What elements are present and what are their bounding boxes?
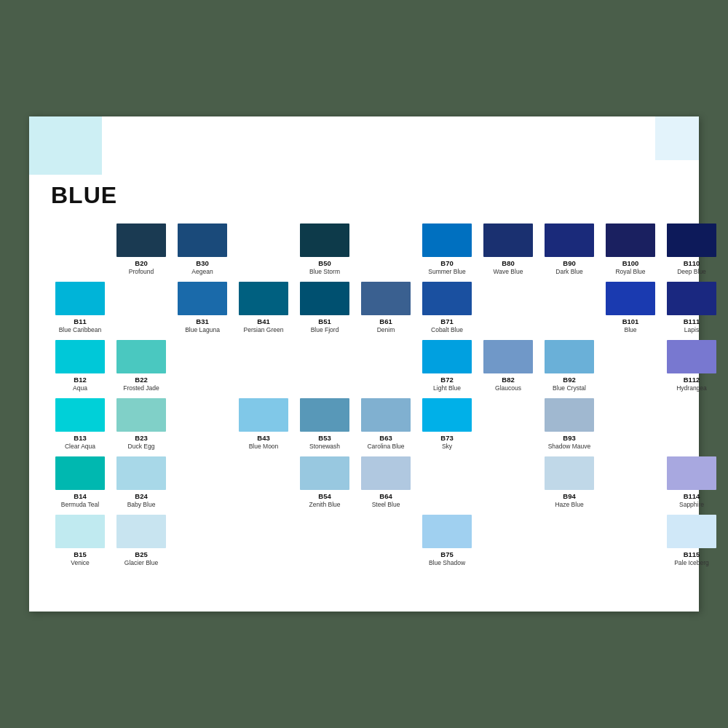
swatch-B31 <box>178 282 227 315</box>
code-B13: B13 <box>74 434 86 443</box>
empty-cell-r4-c7 <box>479 456 537 490</box>
name-B72: Light Blue <box>433 384 461 392</box>
color-row-1: B11Blue CaribbeanB31Blue LagunaB41Persia… <box>51 282 677 334</box>
name-B30: Aegean <box>191 268 213 276</box>
swatch-B100 <box>606 223 655 257</box>
color-item-B24: B24Baby Blue <box>112 456 170 509</box>
code-B31: B31 <box>196 317 208 326</box>
color-row-2: B12AquaB22Frosted JadeB72Light BlueB82Gl… <box>51 340 677 392</box>
name-B20: Profound <box>129 268 154 276</box>
swatch-B112 <box>667 340 716 373</box>
code-B25: B25 <box>135 550 147 559</box>
color-row-5: B15VeniceB25Glacier BlueB75Blue ShadowB1… <box>51 515 677 567</box>
color-item-B115: B115Pale Iceberg <box>662 515 721 567</box>
name-B24: Baby Blue <box>127 501 156 509</box>
color-item-B101: B101Blue <box>601 282 660 334</box>
code-B70: B70 <box>440 259 453 268</box>
name-B41: Persian Green <box>244 326 284 334</box>
swatch-B63 <box>361 398 411 432</box>
swatch-B73 <box>422 398 472 432</box>
name-B100: Royal Blue <box>615 268 645 276</box>
swatch-B80 <box>483 223 533 257</box>
name-B64: Steel Blue <box>372 501 400 509</box>
code-B100: B100 <box>622 259 639 268</box>
empty-cell-r5-c9 <box>601 515 660 548</box>
empty-cell-r4-c9 <box>601 456 660 490</box>
color-item-B25: B25Glacier Blue <box>112 515 170 567</box>
swatch-B114 <box>667 456 716 490</box>
name-B80: Wave Blue <box>494 268 523 276</box>
swatch-B24 <box>116 456 166 490</box>
name-B75: Blue Shadow <box>429 559 465 567</box>
code-B94: B94 <box>563 492 575 501</box>
color-item-B72: B72Light Blue <box>418 340 476 392</box>
color-item-B92: B92Blue Crystal <box>540 340 598 392</box>
code-B23: B23 <box>135 434 147 443</box>
name-B43: Blue Moon <box>249 443 279 451</box>
empty-cell-r1-c11 <box>724 282 728 315</box>
swatch-B92 <box>545 340 594 373</box>
color-card: BLUE B20ProfoundB30AegeanB50Blue StormB7… <box>29 116 699 612</box>
color-item-B13: B13Clear Aqua <box>51 398 109 451</box>
swatch-B101 <box>606 282 655 315</box>
color-item-B112: B112Hydrangea <box>662 340 721 392</box>
code-B80: B80 <box>502 259 514 268</box>
code-B75: B75 <box>440 550 453 559</box>
code-B11: B11 <box>74 317 86 326</box>
color-grid: B20ProfoundB30AegeanB50Blue StormB70Summ… <box>51 223 677 567</box>
name-B92: Blue Crystal <box>553 384 586 392</box>
color-item-B70: B70Summer Blue <box>418 223 476 276</box>
code-B12: B12 <box>74 376 86 384</box>
name-B90: Dark Blue <box>555 268 582 276</box>
swatch-B13 <box>55 398 105 432</box>
color-item-B53: B53Stonewash <box>296 398 354 451</box>
color-item-B15: B15Venice <box>51 515 109 567</box>
color-item-B50: B50Blue Storm <box>296 223 354 276</box>
color-item-B54: B54Zenith Blue <box>296 456 354 509</box>
swatch-B51 <box>300 282 349 315</box>
color-row-3: B13Clear AquaB23Duck EggB43Blue MoonB53S… <box>51 398 677 451</box>
code-B20: B20 <box>135 259 147 268</box>
code-B53: B53 <box>318 434 331 443</box>
color-item-B22: B22Frosted Jade <box>112 340 170 392</box>
empty-cell-r2-c5 <box>357 340 415 373</box>
code-B73: B73 <box>440 434 453 443</box>
swatch-B50 <box>300 223 349 257</box>
color-item-B41: B41Persian Green <box>234 282 293 334</box>
code-B22: B22 <box>135 376 147 384</box>
code-B110: B110 <box>684 259 700 268</box>
color-item-B82: B82Glaucous <box>479 340 537 392</box>
swatch-B82 <box>483 340 533 373</box>
color-item-B61: B61Denim <box>357 282 415 334</box>
name-B115: Pale Iceberg <box>674 559 709 567</box>
color-item-B93: B93Shadow Mauve <box>540 398 598 451</box>
color-item-B64: B64Steel Blue <box>357 456 415 509</box>
empty-cell-r0-c0 <box>51 223 109 257</box>
name-B54: Zenith Blue <box>309 501 341 509</box>
color-item-B100: B100Royal Blue <box>601 223 660 276</box>
code-B43: B43 <box>257 434 269 443</box>
name-B71: Cobalt Blue <box>431 326 463 334</box>
swatch-B115 <box>667 515 716 548</box>
name-B73: Sky <box>442 443 452 451</box>
swatch-B53 <box>300 398 349 432</box>
name-B101: Blue <box>624 326 636 334</box>
swatch-B110 <box>667 223 716 257</box>
empty-cell-r5-c4 <box>296 515 354 548</box>
swatch-B90 <box>545 223 594 257</box>
swatch-B20 <box>116 223 166 257</box>
swatch-B30 <box>178 223 227 257</box>
name-B13: Clear Aqua <box>65 443 95 451</box>
swatch-B64 <box>361 456 411 490</box>
code-B24: B24 <box>135 492 147 501</box>
code-B72: B72 <box>440 376 453 384</box>
swatch-B61 <box>361 282 411 315</box>
color-row-0: B20ProfoundB30AegeanB50Blue StormB70Summ… <box>51 223 677 276</box>
empty-cell-r1-c8 <box>540 282 598 315</box>
code-B82: B82 <box>502 376 514 384</box>
color-item-B75: B75Blue Shadow <box>418 515 476 567</box>
color-item-B71: B71Cobalt Blue <box>418 282 476 334</box>
name-B31: Blue Laguna <box>185 326 220 334</box>
empty-cell-r2-c4 <box>296 340 354 373</box>
name-B111: Lapis <box>684 326 699 334</box>
